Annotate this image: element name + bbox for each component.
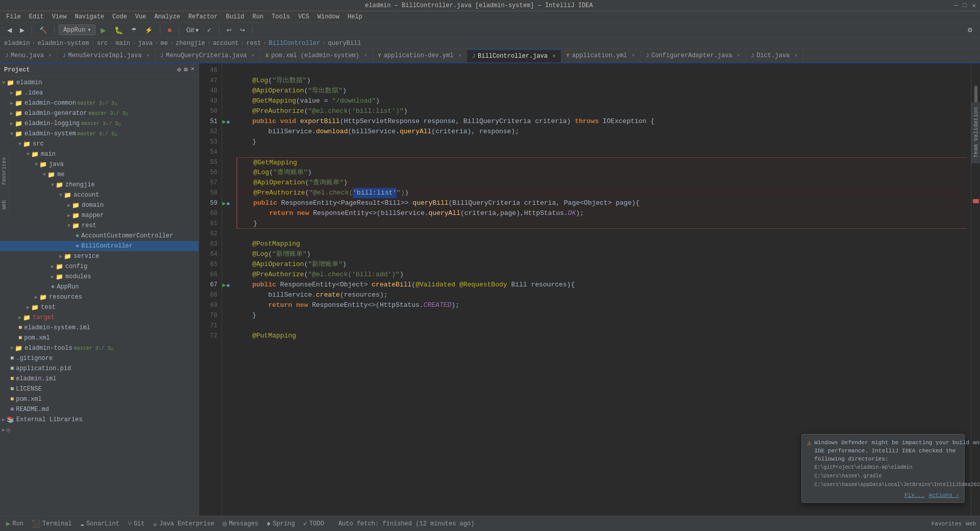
run-gutter-icon[interactable]: ▶ (223, 281, 226, 289)
bc-system[interactable]: eladmin-system (38, 40, 89, 47)
tree-item-main[interactable]: ▼ 📁 main (0, 149, 199, 159)
tab-dict[interactable]: J Dict.java × (746, 49, 803, 62)
settings-btn[interactable]: ⚙ (964, 25, 976, 36)
menu-view[interactable]: View (48, 13, 71, 20)
tree-item-domain[interactable]: ▶ 📁 domain (0, 200, 199, 210)
tree-item-billcontroller[interactable]: ● BillController (0, 241, 199, 251)
tree-item-license[interactable]: ■ LICENSE (0, 384, 199, 394)
git-btn[interactable]: Git ▾ (183, 25, 202, 36)
web-tab[interactable]: Web (966, 521, 976, 527)
tree-item-service[interactable]: ▶ 📁 service (0, 251, 199, 261)
bc-querybill[interactable]: queryBill (328, 40, 361, 47)
project-settings-icon[interactable]: ⚙ (177, 66, 181, 74)
terminal-tool[interactable]: ⬛ Terminal (30, 518, 74, 529)
actions-link[interactable]: Actions › (929, 492, 959, 498)
web-vertical-tab[interactable]: Web (1, 198, 8, 211)
build-btn[interactable]: 🔨 (36, 25, 50, 36)
tab-close-icon[interactable]: × (737, 53, 741, 59)
tree-item-gitignore[interactable]: ■ .gitignore (0, 353, 199, 364)
tree-item-generator[interactable]: ▶ 📁 eladmin-generator master 3↓/ 3△ (0, 108, 199, 118)
tab-close-icon[interactable]: × (48, 53, 52, 59)
team-validation-tab[interactable]: Team Validation (971, 102, 980, 163)
tab-menu-java[interactable]: J Menu.java × (0, 49, 57, 62)
favorites-vertical-tab[interactable]: Favorites (1, 155, 8, 187)
java-enterprise-tool[interactable]: ☕ Java Enterprise (151, 518, 216, 529)
menu-vcs[interactable]: VCS (294, 13, 313, 20)
fix-link[interactable]: Fix... (904, 492, 925, 498)
tree-item-rest[interactable]: ▼ 📁 rest (0, 221, 199, 231)
minimize-btn[interactable]: — (954, 2, 958, 10)
tree-item-idea[interactable]: ▶ 📁 .idea (0, 88, 199, 98)
tab-close-icon[interactable]: × (146, 53, 150, 59)
tab-close-icon[interactable]: × (632, 53, 635, 59)
tree-item-ext-libs[interactable]: ▶ 📚 External Libraries (0, 415, 199, 425)
menu-analyze[interactable]: Analyze (150, 13, 184, 20)
project-expand-icon[interactable]: ⊞ (184, 66, 188, 74)
menu-tools[interactable]: Tools (267, 13, 294, 20)
tab-close-icon[interactable]: × (458, 53, 461, 59)
tab-configuradapter[interactable]: J ConfigurerAdapter.java × (641, 49, 746, 62)
bc-account[interactable]: account (213, 40, 238, 47)
bookmark-gutter-icon[interactable]: ◆ (227, 118, 230, 125)
debug-btn[interactable]: 🐛 (111, 25, 126, 36)
tree-item-test[interactable]: ▶ 📁 test (0, 302, 199, 312)
coverage-btn[interactable]: ☂ (128, 25, 140, 36)
maximize-btn[interactable]: □ (963, 2, 967, 10)
close-btn[interactable]: ✕ (972, 2, 976, 10)
run-gutter-icon[interactable]: ▶ (223, 200, 226, 207)
bc-eladmin[interactable]: eladmin (4, 40, 30, 47)
run-btn[interactable]: ▶ (97, 25, 109, 36)
tree-item-config[interactable]: ▶ 📁 config (0, 261, 199, 272)
tab-billcontroller[interactable]: J BillController.java × (467, 49, 561, 62)
bc-rest[interactable]: rest (247, 40, 261, 47)
tree-item-resources[interactable]: ▶ 📁 resources (0, 292, 199, 302)
tree-item-scratches[interactable]: ▶ ◎ (0, 425, 199, 435)
tree-item-target[interactable]: ▶ 📁 target (0, 312, 199, 323)
menu-run[interactable]: Run (249, 13, 268, 20)
favorites-tab[interactable]: Favorites (932, 521, 962, 527)
tab-close-icon[interactable]: × (364, 53, 368, 59)
tree-item-java[interactable]: ▼ 📁 java (0, 159, 199, 170)
redo-btn[interactable]: ↪ (237, 25, 248, 36)
tree-item-root-pom[interactable]: ■ pom.xml (0, 394, 199, 404)
bc-java[interactable]: java (138, 40, 153, 47)
tree-item-src[interactable]: ▼ 📁 src (0, 139, 199, 149)
tab-menuquerycriteria[interactable]: J MenuQueryCriteria.java × (155, 49, 260, 62)
menu-file[interactable]: File (2, 13, 25, 20)
back-btn[interactable]: ◀ (4, 25, 15, 36)
tree-item-eladmin-iml[interactable]: ■ eladmin.iml (0, 374, 199, 384)
profile-btn[interactable]: ⚡ (142, 25, 156, 36)
menu-help[interactable]: Help (344, 13, 366, 20)
tree-item-logging[interactable]: ▶ 📁 eladmin-logging master 3↓/ 3△ (0, 118, 199, 129)
tree-item-pid[interactable]: ■ application.pid (0, 364, 199, 374)
tab-close-icon[interactable]: × (552, 53, 556, 59)
tree-item-me[interactable]: ▼ 📁 me (0, 170, 199, 180)
tree-item-system[interactable]: ▼ 📁 eladmin-system master 3↓/ 3△ (0, 129, 199, 139)
bc-src[interactable]: src (97, 40, 108, 47)
tab-application-yml[interactable]: Y application.yml × (561, 49, 641, 62)
tree-item-pom[interactable]: ■ pom.xml (0, 333, 199, 343)
spring-tool[interactable]: ♦ Spring (264, 519, 297, 529)
tree-item-common[interactable]: ▶ 📁 eladmin-common master 3↓/ 3△ (0, 98, 199, 108)
gutter-run-67[interactable]: ▶ ◆ (222, 280, 230, 290)
messages-tool[interactable]: ◎ Messages (220, 518, 260, 529)
menu-refactor[interactable]: Refactor (184, 13, 222, 20)
tree-item-readme[interactable]: ■ README.md (0, 404, 199, 415)
menu-build[interactable]: Build (222, 13, 249, 20)
tree-item-modules[interactable]: ▶ 📁 modules (0, 272, 199, 282)
tree-item-apprun[interactable]: ● AppRun (0, 282, 199, 292)
tab-close-icon[interactable]: × (252, 53, 255, 59)
tab-close-icon[interactable]: × (794, 53, 798, 59)
checkmark-btn[interactable]: ✓ (204, 25, 215, 36)
bc-billcontroller[interactable]: BillController (269, 40, 321, 47)
sonarlint-tool[interactable]: ☁ SonarLint (78, 518, 121, 529)
bc-main[interactable]: main (115, 40, 130, 47)
bookmark-gutter-icon[interactable]: ◆ (227, 282, 230, 288)
tree-item-zhengjie[interactable]: ▼ 📁 zhengjie (0, 180, 199, 190)
git-tool[interactable]: ⑂ Git (126, 519, 147, 529)
run-config[interactable]: AppRun ▾ (59, 25, 95, 35)
tab-menuserviceimpl[interactable]: J MenuServiceImpl.java × (57, 49, 155, 62)
menu-edit[interactable]: Edit (25, 13, 48, 20)
undo-btn[interactable]: ↩ (224, 25, 235, 36)
tree-item-mapper[interactable]: ▶ 📁 mapper (0, 210, 199, 221)
